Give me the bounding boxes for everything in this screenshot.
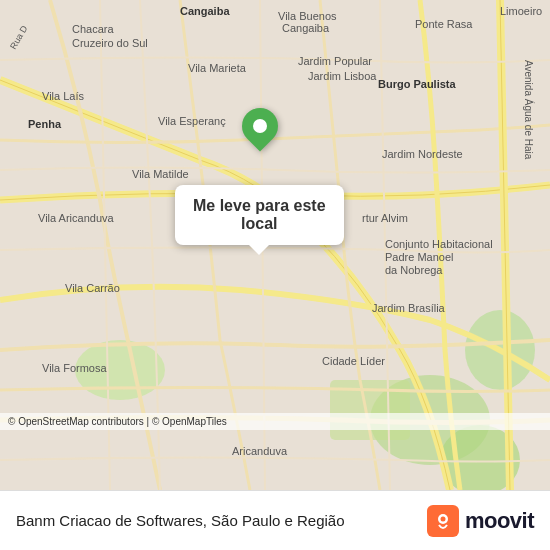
moovit-logo: moovit bbox=[427, 505, 534, 537]
pin-inner bbox=[253, 119, 267, 133]
svg-point-8 bbox=[440, 516, 445, 521]
bottom-bar: Banm Criacao de Softwares, São Paulo e R… bbox=[0, 490, 550, 550]
svg-point-1 bbox=[75, 340, 165, 400]
popup-line2: local bbox=[193, 215, 326, 233]
moovit-icon bbox=[427, 505, 459, 537]
moovit-text: moovit bbox=[465, 508, 534, 534]
pin-body bbox=[235, 101, 286, 152]
bottom-bar-text: Banm Criacao de Softwares, São Paulo e R… bbox=[16, 512, 345, 529]
map-popup[interactable]: Me leve para este local bbox=[175, 185, 344, 245]
location-pin bbox=[242, 108, 278, 144]
map-container: Rua D Cangaiba Vila Buenos Cangaiba Pont… bbox=[0, 0, 550, 490]
attribution-bar: © OpenStreetMap contributors | © OpenMap… bbox=[0, 413, 550, 430]
popup-line1: Me leve para este bbox=[193, 197, 326, 215]
attribution-text: © OpenStreetMap contributors | © OpenMap… bbox=[8, 416, 227, 427]
moovit-icon-svg bbox=[433, 511, 453, 531]
